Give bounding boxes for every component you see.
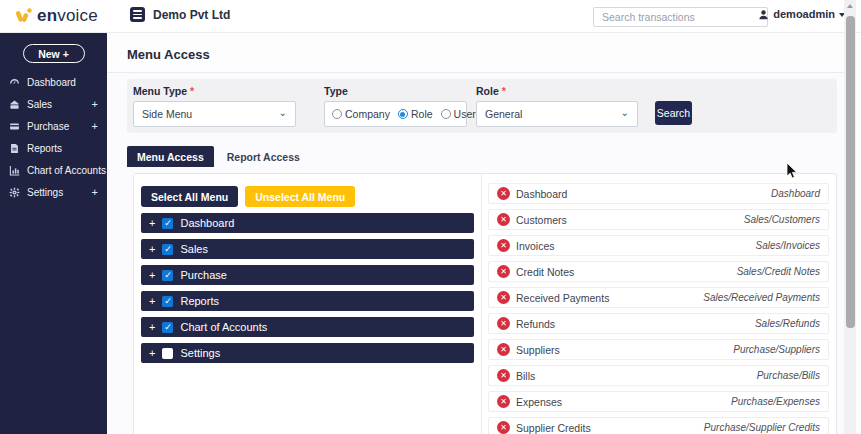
required-asterisk: * (190, 85, 194, 97)
new-button[interactable]: New + (23, 44, 85, 63)
menu-group-label: Reports (180, 295, 219, 307)
menu-type-value: Side Menu (142, 108, 192, 120)
remove-icon[interactable]: ✕ (497, 265, 510, 278)
page-title: Menu Access (127, 47, 210, 62)
remove-icon[interactable]: ✕ (497, 291, 510, 304)
menu-group-dashboard[interactable]: + ✓ Dashboard (141, 213, 474, 233)
selected-menu-name: Expenses (516, 396, 562, 408)
chart-of-accounts-icon (9, 165, 20, 176)
remove-icon[interactable]: ✕ (497, 317, 510, 330)
expand-plus-icon[interactable]: + (149, 244, 155, 255)
selected-menu-path: Sales/Customers (744, 214, 820, 225)
expand-plus-icon[interactable]: + (149, 296, 155, 307)
checkbox-unchecked-icon[interactable] (162, 348, 173, 359)
selected-menu-name: Received Payments (516, 292, 609, 304)
tab-report-access[interactable]: Report Access (214, 146, 313, 167)
user-icon (758, 9, 769, 20)
tab-menu-access[interactable]: Menu Access (127, 146, 214, 167)
page-title-bar: Menu Access (107, 33, 844, 73)
sidebar-item-settings[interactable]: Settings + (0, 181, 107, 203)
sidebar-item-label: Reports (27, 143, 62, 154)
scroll-up-icon[interactable] (847, 4, 853, 8)
expand-plus-icon[interactable]: + (92, 187, 98, 198)
menu-group-sales[interactable]: + ✓ Sales (141, 239, 474, 259)
selected-menu-name: Refunds (516, 318, 555, 330)
selected-menus-panel: ✕ Dashboard Dashboard ✕ Customers Sales/… (481, 174, 836, 434)
expand-plus-icon[interactable]: + (92, 99, 98, 110)
checkbox-checked-icon[interactable]: ✓ (162, 244, 173, 255)
type-radio-user[interactable]: User (441, 108, 476, 120)
remove-icon[interactable]: ✕ (497, 369, 510, 382)
selected-menu-path: Purchase/Bills (757, 370, 820, 381)
filter-panel: Menu Type * Side Menu ⌄ Type Company Rol… (127, 79, 837, 133)
brand-wordmark: envoice (37, 6, 98, 26)
selected-menu-path: Sales/Received Payments (703, 292, 820, 303)
envoice-logo-icon (14, 5, 34, 27)
role-field: Role * General ⌄ (476, 85, 638, 127)
unselect-all-menu-button[interactable]: Unselect All Menu (245, 186, 355, 207)
sidebar-item-sales[interactable]: Sales + (0, 93, 107, 115)
username-label: demoadmin (773, 8, 835, 20)
checkbox-checked-icon[interactable]: ✓ (162, 322, 173, 333)
expand-plus-icon[interactable]: + (149, 322, 155, 333)
sidebar-item-purchase[interactable]: Purchase + (0, 115, 107, 137)
menu-type-label: Menu Type * (133, 85, 296, 97)
select-all-menu-button[interactable]: Select All Menu (141, 186, 238, 207)
checkbox-checked-icon[interactable]: ✓ (162, 296, 173, 307)
expand-plus-icon[interactable]: + (149, 348, 155, 359)
selected-menu-row: ✕ Credit Notes Sales/Credit Notes (488, 261, 829, 282)
sidebar-nav: New + Dashboard Sales + Purchase + R (0, 33, 107, 434)
type-field: Type Company Role User (324, 85, 467, 127)
remove-icon[interactable]: ✕ (497, 187, 510, 200)
user-menu[interactable]: demoadmin (758, 8, 845, 20)
menu-group-purchase[interactable]: + ✓ Purchase (141, 265, 474, 285)
expand-plus-icon[interactable]: + (149, 218, 155, 229)
remove-icon[interactable]: ✕ (497, 395, 510, 408)
scrollbar-thumb[interactable] (846, 16, 855, 328)
company-name: Demo Pvt Ltd (153, 8, 230, 22)
selected-menu-row: ✕ Customers Sales/Customers (488, 209, 829, 230)
search-button[interactable]: Search (655, 101, 692, 125)
type-radio-company[interactable]: Company (332, 108, 390, 120)
role-select[interactable]: General ⌄ (476, 101, 638, 127)
tab-bar: Menu Access Report Access (127, 146, 844, 167)
menu-group-label: Chart of Accounts (180, 321, 267, 333)
remove-icon[interactable]: ✕ (497, 213, 510, 226)
type-radio-group: Company Role User (324, 101, 467, 127)
app-window: envoice Demo Pvt Ltd demoadmin New + Das… (0, 0, 861, 434)
remove-icon[interactable]: ✕ (497, 343, 510, 356)
sidebar-item-dashboard[interactable]: Dashboard (0, 71, 107, 93)
page-scrollbar[interactable] (844, 0, 856, 434)
menu-group-settings[interactable]: + Settings (141, 343, 474, 363)
checkbox-checked-icon[interactable]: ✓ (162, 218, 173, 229)
remove-icon[interactable]: ✕ (497, 239, 510, 252)
sidebar-item-chart-of-accounts[interactable]: Chart of Accounts (0, 159, 107, 181)
selected-menu-path: Purchase/Supplier Credits (704, 422, 820, 433)
menu-group-chart-of-accounts[interactable]: + ✓ Chart of Accounts (141, 317, 474, 337)
checkbox-checked-icon[interactable]: ✓ (162, 270, 173, 281)
reports-icon (9, 143, 20, 154)
type-radio-role[interactable]: Role (398, 108, 433, 120)
menu-group-reports[interactable]: + ✓ Reports (141, 291, 474, 311)
company-switcher[interactable]: Demo Pvt Ltd (130, 7, 230, 22)
menu-group-label: Purchase (180, 269, 226, 281)
settings-icon (9, 187, 20, 198)
selected-menu-row: ✕ Suppliers Purchase/Suppliers (488, 339, 829, 360)
selected-menu-row: ✕ Dashboard Dashboard (488, 183, 829, 204)
selected-menu-path: Purchase/Suppliers (733, 344, 820, 355)
remove-icon[interactable]: ✕ (497, 421, 510, 434)
radio-label: User (454, 108, 476, 120)
selected-menu-path: Sales/Invoices (756, 240, 820, 251)
brand-logo[interactable]: envoice (14, 5, 98, 27)
sidebar-item-reports[interactable]: Reports (0, 137, 107, 159)
menu-type-select[interactable]: Side Menu ⌄ (133, 101, 296, 127)
expand-plus-icon[interactable]: + (149, 270, 155, 281)
selected-menu-row: ✕ Supplier Credits Purchase/Supplier Cre… (488, 417, 829, 434)
selected-menu-path: Purchase/Expenses (731, 396, 820, 407)
selected-menu-name: Credit Notes (516, 266, 574, 278)
menu-access-card: Select All Menu Unselect All Menu + ✓ Da… (133, 173, 837, 434)
expand-plus-icon[interactable]: + (92, 121, 98, 132)
search-input[interactable] (593, 7, 768, 27)
selected-menu-path: Dashboard (771, 188, 820, 199)
purchase-icon (9, 121, 20, 132)
